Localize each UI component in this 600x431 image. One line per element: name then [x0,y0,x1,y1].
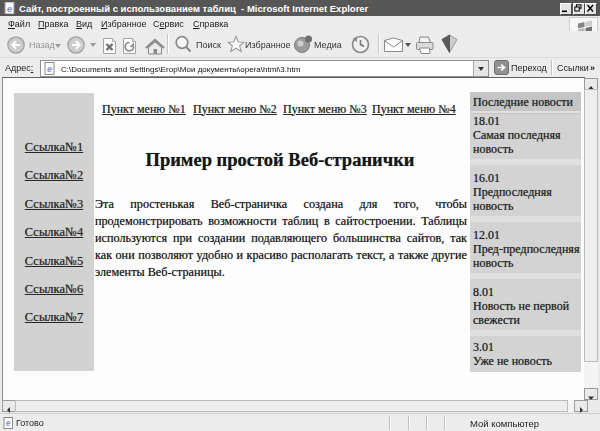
svg-text:e: e [47,64,52,74]
svg-text:e: e [7,4,12,14]
svg-text:e: e [6,418,11,428]
